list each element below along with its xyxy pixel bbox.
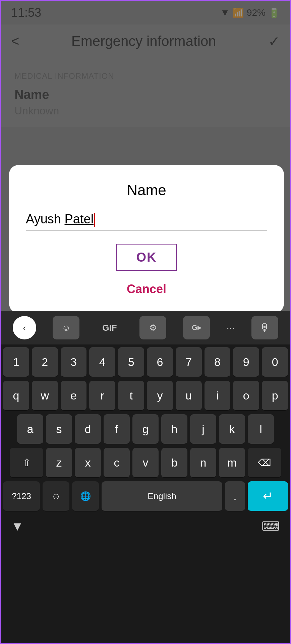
dialog-input-display[interactable]: Ayush Patel bbox=[26, 212, 267, 227]
emoji-key[interactable]: ☺ bbox=[43, 481, 69, 512]
sticker-icon: ☺ bbox=[62, 323, 71, 333]
keyboard-toolbar: ‹ ☺ GIF ⚙ G▸ ··· 🎙 bbox=[1, 311, 290, 344]
key-b[interactable]: b bbox=[161, 448, 187, 478]
key-9[interactable]: 9 bbox=[233, 347, 259, 377]
key-8[interactable]: 8 bbox=[205, 347, 231, 377]
enter-key[interactable]: ↵ bbox=[248, 481, 288, 512]
asdf-row: a s d f g h j k l bbox=[3, 414, 288, 444]
keyboard-area: ‹ ☺ GIF ⚙ G▸ ··· 🎙 1 2 3 4 5 6 7 8 9 bbox=[1, 311, 290, 643]
key-6[interactable]: 6 bbox=[147, 347, 173, 377]
key-c[interactable]: c bbox=[104, 448, 130, 478]
delete-icon: ⌫ bbox=[258, 457, 271, 468]
key-y[interactable]: y bbox=[147, 381, 173, 411]
key-x[interactable]: x bbox=[75, 448, 101, 478]
key-s[interactable]: s bbox=[46, 414, 72, 444]
number-row: 1 2 3 4 5 6 7 8 9 0 bbox=[3, 347, 288, 377]
key-u[interactable]: u bbox=[176, 381, 202, 411]
mic-button[interactable]: 🎙 bbox=[251, 316, 278, 339]
key-1[interactable]: 1 bbox=[3, 347, 29, 377]
keyboard-bottom-bar: ▼ ⌨ bbox=[1, 515, 290, 538]
keyboard-switch-button[interactable]: ⌨ bbox=[261, 519, 280, 534]
key-4[interactable]: 4 bbox=[89, 347, 115, 377]
back-chevron-icon: ‹ bbox=[23, 323, 26, 333]
underlined-text: Patel bbox=[64, 212, 94, 226]
dialog-title: Name bbox=[26, 182, 267, 199]
key-z[interactable]: z bbox=[46, 448, 72, 478]
key-p[interactable]: p bbox=[262, 381, 288, 411]
key-r[interactable]: r bbox=[89, 381, 115, 411]
key-i[interactable]: i bbox=[205, 381, 231, 411]
key-o[interactable]: o bbox=[233, 381, 259, 411]
key-0[interactable]: 0 bbox=[262, 347, 288, 377]
translate-button[interactable]: G▸ bbox=[183, 316, 210, 339]
qwerty-row: q w e r t y u i o p bbox=[3, 381, 288, 411]
mic-icon: 🎙 bbox=[259, 322, 270, 334]
key-l[interactable]: l bbox=[248, 414, 274, 444]
key-5[interactable]: 5 bbox=[118, 347, 144, 377]
keyboard-back-button[interactable]: ‹ bbox=[13, 316, 36, 339]
key-a[interactable]: a bbox=[17, 414, 43, 444]
key-e[interactable]: e bbox=[61, 381, 87, 411]
globe-key[interactable]: 🌐 bbox=[72, 481, 99, 512]
key-w[interactable]: w bbox=[32, 381, 58, 411]
ok-button[interactable]: OK bbox=[116, 244, 177, 271]
bottom-row: ?123 ☺ 🌐 English . ↵ bbox=[3, 481, 288, 512]
name-dialog: Name Ayush Patel OK Cancel bbox=[9, 165, 284, 313]
keyboard-keys: 1 2 3 4 5 6 7 8 9 0 q w e r t y u i o p … bbox=[1, 344, 290, 512]
key-q[interactable]: q bbox=[3, 381, 29, 411]
hide-keyboard-button[interactable]: ▼ bbox=[11, 519, 24, 534]
key-v[interactable]: v bbox=[132, 448, 159, 478]
text-cursor bbox=[94, 213, 95, 227]
gif-button[interactable]: GIF bbox=[96, 316, 123, 339]
translate-icon: G▸ bbox=[192, 323, 201, 332]
gear-icon: ⚙ bbox=[149, 323, 157, 333]
dialog-input-container[interactable]: Ayush Patel bbox=[26, 212, 267, 230]
key-n[interactable]: n bbox=[190, 448, 216, 478]
key-f[interactable]: f bbox=[104, 414, 130, 444]
space-key[interactable]: English bbox=[102, 481, 222, 512]
delete-key[interactable]: ⌫ bbox=[248, 448, 281, 478]
cancel-button[interactable]: Cancel bbox=[26, 279, 267, 300]
gif-label: GIF bbox=[102, 323, 117, 333]
sticker-button[interactable]: ☺ bbox=[53, 316, 79, 339]
key-g[interactable]: g bbox=[132, 414, 159, 444]
period-key[interactable]: . bbox=[225, 481, 245, 512]
key-3[interactable]: 3 bbox=[61, 347, 87, 377]
key-7[interactable]: 7 bbox=[176, 347, 202, 377]
settings-button[interactable]: ⚙ bbox=[139, 316, 166, 339]
shift-key[interactable]: ⇧ bbox=[10, 448, 43, 478]
dialog-overlay: Name Ayush Patel OK Cancel bbox=[1, 1, 290, 313]
key-m[interactable]: m bbox=[219, 448, 245, 478]
key-2[interactable]: 2 bbox=[32, 347, 58, 377]
more-button[interactable]: ··· bbox=[227, 322, 235, 333]
key-t[interactable]: t bbox=[118, 381, 144, 411]
sym-key[interactable]: ?123 bbox=[3, 481, 40, 512]
key-j[interactable]: j bbox=[190, 414, 216, 444]
key-d[interactable]: d bbox=[75, 414, 101, 444]
key-h[interactable]: h bbox=[161, 414, 187, 444]
key-k[interactable]: k bbox=[219, 414, 245, 444]
zxcv-row: ⇧ z x c v b n m ⌫ bbox=[3, 448, 288, 478]
